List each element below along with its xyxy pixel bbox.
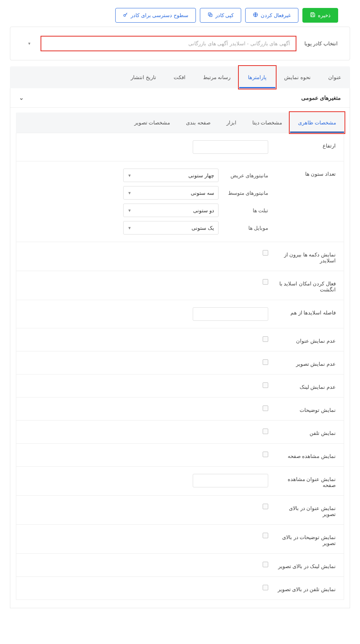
field-label: نمایش مشاهده صفحه: [276, 451, 336, 459]
access-levels-button[interactable]: سطوح دسترسی برای کادر: [115, 8, 196, 23]
row-desc-over-image: نمایش توضیحات در بالای تصویر: [16, 525, 344, 554]
save-icon: [310, 12, 315, 19]
subtab-tools[interactable]: ابزار: [219, 113, 244, 133]
select-value: دو ستونی: [193, 208, 214, 213]
select-value: چهار ستونی: [188, 173, 214, 178]
field-label: نمایش لینک در بالای تصویر: [276, 561, 336, 569]
field-label: فعال کردن امکان اسلاید با انگشت: [276, 278, 336, 293]
field-label: ارتفاع: [276, 140, 336, 149]
row-hide-image: عدم نمایش تصویر: [16, 351, 344, 374]
accordion-title: متغیرهای عمومی: [301, 95, 341, 101]
svg-rect-4: [312, 13, 314, 14]
hide-title-checkbox[interactable]: [263, 336, 268, 342]
globe-icon: [253, 12, 258, 19]
height-input[interactable]: [193, 140, 268, 154]
row-phone-over-image: نمایش تلفن در بالای تصویر: [16, 577, 344, 600]
field-label: نمایش عنوان مشاهده صفحه: [276, 474, 336, 488]
title-over-image-checkbox[interactable]: [263, 504, 268, 509]
chevron-down-icon[interactable]: ▾: [22, 41, 37, 46]
row-show-view-page: نمایش مشاهده صفحه: [16, 444, 344, 467]
field-label: فاصله اسلایدها از هم: [276, 307, 336, 316]
row-show-phone: نمایش تلفن: [16, 421, 344, 444]
copy-button[interactable]: کپی کادر: [200, 8, 242, 23]
field-label: نمایش تلفن در بالای تصویر: [276, 584, 336, 592]
wide-monitors-select[interactable]: چهار ستونی ▼: [123, 169, 219, 182]
field-label: تعداد ستون ها: [276, 169, 336, 177]
show-view-page-checkbox[interactable]: [263, 452, 268, 457]
chevron-down-icon: ▼: [128, 173, 132, 178]
button-label: کپی کادر: [215, 12, 234, 18]
field-label: نمایش توضیحات: [276, 405, 336, 413]
sublabel-mid: مانیتورهای متوسط: [225, 190, 268, 196]
select-value: یک ستونی: [192, 225, 214, 231]
button-label: سطوح دسترسی برای کادر: [131, 12, 188, 18]
mobiles-select[interactable]: یک ستونی ▼: [123, 221, 219, 235]
row-view-page-title: نمایش عنوان مشاهده صفحه: [16, 467, 344, 496]
dynamic-box-select[interactable]: آگهی های بازرگانی - اسلایدر آگهی های باز…: [41, 36, 296, 51]
row-columns: تعداد ستون ها مانیتورهای عریض چهار ستونی…: [16, 161, 344, 242]
accordion-general-vars[interactable]: متغیرهای عمومی ⌄: [10, 88, 350, 108]
field-label: نمایش دکمه ها بیرون از اسلایدر: [276, 249, 336, 264]
copy-icon: [207, 12, 213, 19]
sublabel-tablets: تبلت ها: [225, 208, 268, 213]
row-show-desc: نمایش توضیحات: [16, 398, 344, 421]
select-value: آگهی های بازرگانی - اسلایدر آگهی های باز…: [188, 41, 290, 47]
tab-parameters[interactable]: پارامترها: [239, 66, 275, 88]
svg-rect-5: [312, 15, 314, 17]
row-hide-title: عدم نمایش عنوان: [16, 328, 344, 351]
deactivate-button[interactable]: غیرفعال کردن: [245, 8, 298, 23]
phone-over-image-checkbox[interactable]: [263, 585, 268, 590]
selector-panel: انتخاب کادر پویا آگهی های بازرگانی - اسل…: [10, 27, 350, 60]
button-label: غیرفعال کردن: [261, 12, 291, 18]
sublabel-mobiles: موبایل ها: [225, 225, 268, 231]
tab-title[interactable]: عنوان: [319, 66, 350, 88]
field-label: عدم نمایش لینک: [276, 382, 336, 390]
tab-publish-date[interactable]: تاریخ انتشار: [122, 66, 165, 88]
row-touch-slide: فعال کردن امکان اسلاید با انگشت: [16, 271, 344, 300]
hide-image-checkbox[interactable]: [263, 359, 268, 365]
show-desc-checkbox[interactable]: [263, 405, 268, 411]
row-slide-gap: فاصله اسلایدها از هم: [16, 300, 344, 328]
field-label: نمایش تلفن: [276, 428, 336, 436]
hide-link-checkbox[interactable]: [263, 382, 268, 388]
sublabel-wide: مانیتورهای عریض: [225, 173, 268, 178]
chevron-down-icon: ▼: [128, 191, 132, 195]
mid-monitors-select[interactable]: سه ستونی ▼: [123, 186, 219, 200]
field-label: عدم نمایش عنوان: [276, 336, 336, 344]
subtab-pagination[interactable]: صفحه بندی: [178, 113, 219, 133]
show-phone-checkbox[interactable]: [263, 429, 268, 434]
selector-label: انتخاب کادر پویا: [304, 41, 338, 47]
key-icon: [123, 12, 128, 19]
touch-slide-checkbox[interactable]: [263, 279, 268, 285]
buttons-outside-checkbox[interactable]: [263, 250, 268, 256]
main-tabs: عنوان نحوه نمایش پارامترها رسانه مرتبط ا…: [10, 66, 350, 88]
view-page-title-input[interactable]: [193, 474, 268, 487]
save-button[interactable]: ذخیره: [302, 8, 338, 23]
field-label: نمایش عنوان در بالای تصویر: [276, 503, 336, 517]
sub-tabs: مشخصات ظاهری مشخصات دیتا ابزار صفحه بندی…: [16, 113, 344, 133]
field-label: نمایش توضیحات در بالای تصویر: [276, 532, 336, 546]
tablets-select[interactable]: دو ستونی ▼: [123, 204, 219, 217]
subtab-data[interactable]: مشخصات دیتا: [244, 113, 290, 133]
slide-gap-input[interactable]: [193, 307, 268, 321]
link-over-image-checkbox[interactable]: [263, 562, 268, 567]
button-label: ذخیره: [318, 12, 331, 18]
chevron-down-icon: ▼: [128, 208, 132, 213]
field-label: عدم نمایش تصویر: [276, 359, 336, 367]
row-hide-link: عدم نمایش لینک: [16, 374, 344, 398]
row-title-over-image: نمایش عنوان در بالای تصویر: [16, 496, 344, 525]
chevron-down-icon: ▼: [128, 226, 132, 230]
row-link-over-image: نمایش لینک در بالای تصویر: [16, 554, 344, 577]
subtab-image-spec[interactable]: مشخصات تصویر: [126, 113, 178, 133]
chevron-down-icon: ⌄: [19, 95, 24, 101]
tab-display[interactable]: نحوه نمایش: [275, 66, 319, 88]
row-buttons-outside: نمایش دکمه ها بیرون از اسلایدر: [16, 242, 344, 271]
tab-effect[interactable]: افکت: [165, 66, 194, 88]
desc-over-image-checkbox[interactable]: [263, 533, 268, 538]
row-height: ارتفاع: [16, 133, 344, 161]
subtab-appearance[interactable]: مشخصات ظاهری: [290, 113, 344, 133]
tab-media[interactable]: رسانه مرتبط: [194, 66, 240, 88]
select-value: سه ستونی: [191, 190, 214, 196]
